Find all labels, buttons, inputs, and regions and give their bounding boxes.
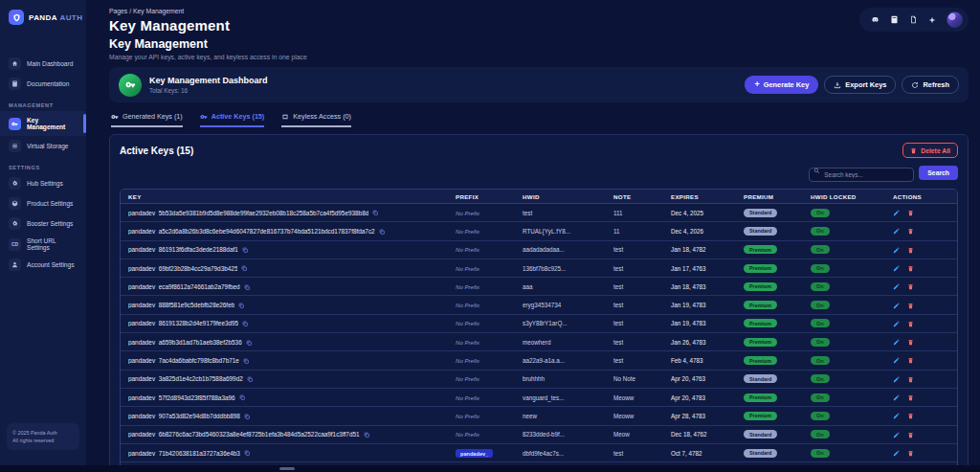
search-input[interactable]	[809, 168, 914, 182]
edit-icon[interactable]	[893, 431, 900, 438]
delete-icon[interactable]	[907, 449, 914, 457]
key-value: pandadev_57f2d8943d23f85f788a3a96	[128, 394, 235, 401]
hwid-value: 8233dded-b9f...	[523, 431, 565, 438]
hwid-locked-badge[interactable]: On	[811, 319, 830, 327]
edit-icon[interactable]	[893, 209, 900, 216]
sidebar-section-settings: SETTINGS	[0, 156, 86, 173]
copy-icon[interactable]	[372, 209, 379, 216]
avatar[interactable]	[947, 11, 963, 28]
prefix-value: pandadev_	[456, 449, 493, 458]
hwid-value: eryg34534734	[523, 302, 561, 308]
edit-icon[interactable]	[893, 393, 900, 401]
delete-icon[interactable]	[907, 357, 914, 365]
tab-active-keys[interactable]: Active Keys (15)	[200, 112, 265, 127]
sidebar-item-key-management[interactable]: Key Management	[0, 111, 86, 136]
sidebar-item-product-settings[interactable]: Product Settings	[0, 193, 86, 214]
sidebar-item-virtual-storage[interactable]: Virtual Storage	[0, 136, 86, 156]
copy-icon[interactable]	[242, 320, 249, 327]
table-row: pandadev_7ac4da6babfc798fc8bd7b71e No Pr…	[121, 351, 957, 370]
sidebar-item-booster-settings[interactable]: Booster Settings	[0, 214, 86, 234]
table-row: pandadev_6b8276c6ac73bd5460323a8e4ef8725…	[121, 426, 957, 444]
discord-icon[interactable]	[871, 15, 880, 24]
delete-icon[interactable]	[907, 320, 914, 327]
hwid-locked-badge[interactable]: On	[811, 282, 830, 291]
expires-cell: Dec 4, 2026	[671, 228, 744, 235]
copy-icon[interactable]	[244, 449, 251, 457]
edit-icon[interactable]	[893, 264, 900, 272]
hwid-locked-badge[interactable]: On	[811, 430, 830, 438]
expires-cell: Jan 18, 4783	[671, 283, 744, 290]
edit-icon[interactable]	[893, 338, 900, 346]
note-value: 11	[613, 228, 620, 235]
delete-icon[interactable]	[907, 413, 914, 420]
note-value: test	[613, 283, 623, 290]
edit-icon[interactable]	[893, 375, 900, 383]
sidebar-footer: © 2025 Panda Auth All rights reserved	[7, 423, 79, 450]
key-value: pandadev_888f581e9c5debfb28e26feb	[128, 302, 234, 308]
delete-icon[interactable]	[907, 264, 914, 272]
tab-generated-keys[interactable]: Generated Keys (1)	[111, 112, 183, 127]
edit-icon[interactable]	[893, 449, 900, 457]
sparkle-icon[interactable]	[928, 16, 936, 24]
hwid-locked-badge[interactable]: On	[811, 449, 830, 458]
tab-keyless-access[interactable]: Keyless Access (0)	[281, 112, 351, 127]
delete-icon[interactable]	[907, 209, 914, 216]
generate-key-button[interactable]: +Generate Key	[745, 76, 818, 94]
copy-icon[interactable]	[364, 431, 370, 438]
delete-icon[interactable]	[907, 431, 914, 438]
hwid-locked-badge[interactable]: On	[811, 301, 830, 309]
hwid-locked-badge[interactable]: On	[811, 245, 830, 254]
hwid-locked-badge[interactable]: On	[811, 338, 830, 347]
copy-icon[interactable]	[244, 283, 251, 291]
premium-badge: Standard	[744, 227, 777, 236]
copy-icon[interactable]	[242, 246, 249, 254]
delete-icon[interactable]	[907, 302, 914, 309]
copy-icon[interactable]	[243, 357, 250, 365]
edit-icon[interactable]	[893, 413, 900, 420]
hwid-locked-badge[interactable]: On	[811, 412, 830, 420]
edit-icon[interactable]	[893, 228, 900, 236]
key-icon	[200, 113, 208, 121]
sidebar-item-main-dashboard[interactable]: Main Dashboard	[0, 54, 86, 74]
hwid-locked-badge[interactable]: On	[811, 393, 830, 402]
delete-icon[interactable]	[907, 393, 914, 401]
copy-icon[interactable]	[246, 338, 253, 346]
edit-icon[interactable]	[893, 320, 900, 327]
delete-icon[interactable]	[907, 338, 914, 346]
expires-cell: Apr 20, 4763	[671, 375, 744, 382]
search-button[interactable]: Search	[919, 166, 958, 180]
sidebar-item-short-url-settings[interactable]: CD Short URL Settings	[0, 234, 86, 255]
file-icon[interactable]	[909, 15, 918, 24]
copy-icon[interactable]	[247, 375, 254, 383]
edit-icon[interactable]	[893, 357, 900, 365]
hwid-locked-badge[interactable]: On	[811, 356, 830, 365]
copy-icon[interactable]	[241, 264, 248, 272]
delete-icon[interactable]	[907, 228, 914, 236]
expires-value: Dec 4, 2025	[671, 210, 703, 216]
sidebar-item-account-settings[interactable]: Account Settings	[0, 255, 86, 275]
edit-icon[interactable]	[893, 246, 900, 254]
tab-bar: Generated Keys (1) Active Keys (15) Keyl…	[109, 112, 969, 127]
column-header-note: NOTE	[613, 193, 671, 200]
copy-icon[interactable]	[239, 393, 246, 401]
docs-book-icon[interactable]	[890, 15, 899, 24]
hwid-locked-badge[interactable]: On	[811, 209, 830, 217]
copy-icon[interactable]	[244, 413, 251, 420]
scrollbar-thumb[interactable]	[279, 467, 295, 470]
hwid-locked-badge[interactable]: On	[811, 264, 830, 273]
delete-all-button[interactable]: Delete All	[902, 143, 958, 158]
export-keys-button[interactable]: Export Keys	[824, 76, 896, 94]
sidebar-item-documentation[interactable]: Documentation	[0, 74, 86, 94]
key-value: pandadev_7ac4da6babfc798fc8bd7b71e	[128, 357, 239, 364]
copy-icon[interactable]	[379, 228, 386, 236]
edit-icon[interactable]	[893, 282, 900, 290]
refresh-button[interactable]: Refresh	[902, 76, 959, 94]
edit-icon[interactable]	[893, 302, 900, 309]
delete-icon[interactable]	[907, 246, 914, 254]
hwid-locked-badge[interactable]: On	[811, 374, 830, 383]
sidebar-item-hub-settings[interactable]: Hub Settings	[0, 173, 86, 193]
delete-icon[interactable]	[907, 282, 914, 290]
hwid-locked-badge[interactable]: On	[811, 227, 830, 236]
delete-icon[interactable]	[907, 375, 914, 383]
copy-icon[interactable]	[238, 302, 245, 309]
